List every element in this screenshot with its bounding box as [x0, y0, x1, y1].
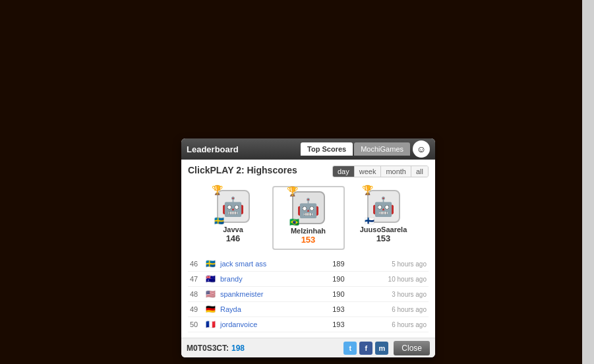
facebook-share-icon[interactable]: f — [359, 342, 372, 355]
player-name-cell[interactable]: spankmeister — [218, 287, 315, 302]
my-score-value: 198 — [231, 344, 245, 353]
table-row: 49 🇩🇪 Rayda 193 6 hours ago — [188, 302, 429, 317]
leaderboard-panel: Leaderboard Top Scores MochiGames ☺ Clic… — [181, 138, 435, 357]
table-row: 46 🇸🇪 jack smart ass 189 5 hours ago — [188, 257, 429, 272]
player-name-cell[interactable]: jack smart ass — [218, 257, 315, 272]
player3-trophy-icon: 🏆 — [362, 185, 373, 195]
filter-month[interactable]: month — [381, 166, 411, 177]
player1-flag-icon: 🇧🇷 — [289, 218, 299, 227]
score-cell: 193 — [315, 317, 346, 332]
time-cell: 5 hours ago — [347, 257, 429, 272]
filter-week[interactable]: week — [355, 166, 382, 177]
scores-list-wrap: 46 🇸🇪 jack smart ass 189 5 hours ago 47 … — [188, 257, 429, 332]
flag-cell: 🇫🇷 — [204, 317, 218, 332]
my-score-label: M0T0S3CT: — [187, 344, 229, 353]
mochi-logo-icon: ☺ — [413, 140, 430, 158]
filter-all[interactable]: all — [411, 166, 428, 177]
top3-row: 🏆 🤖 🇸🇪 Javva 146 🏆 🤖 🇧🇷 — [188, 186, 429, 250]
time-cell: 6 hours ago — [347, 317, 429, 332]
leaderboard-footer: M0T0S3CT: 198 t f m Close — [181, 338, 435, 357]
game-title: ClickPLAY 2: Highscores — [188, 165, 297, 175]
time-cell: 3 hours ago — [347, 287, 429, 302]
time-cell: 10 hours ago — [347, 272, 429, 287]
player2-trophy-icon: 🏆 — [212, 185, 223, 195]
scores-table: 46 🇸🇪 jack smart ass 189 5 hours ago 47 … — [188, 257, 429, 332]
score-cell: 189 — [315, 257, 346, 272]
social-icons-group: t f m — [343, 342, 388, 355]
player1-name: Melzinhah — [291, 227, 326, 235]
player3-name: JuusoSaarela — [360, 226, 407, 233]
time-cell: 6 hours ago — [347, 302, 429, 317]
player2-name: Javva — [223, 226, 243, 233]
player-name-cell[interactable]: Rayda — [218, 302, 315, 317]
player3-avatar-wrap: 🏆 🤖 🇫🇮 — [367, 190, 400, 223]
rank-cell: 50 — [188, 317, 204, 332]
score-cell: 193 — [315, 302, 346, 317]
filter-day[interactable]: day — [333, 166, 355, 177]
filter-buttons-group: day week month all — [332, 166, 429, 177]
player3-flag-icon: 🇫🇮 — [365, 216, 374, 226]
player-name-cell[interactable]: jordanvoice — [218, 317, 315, 332]
score-cell: 190 — [315, 272, 346, 287]
top-player-2: 🏆 🤖 🇸🇪 Javva 146 — [197, 186, 270, 250]
player2-flag-icon: 🇸🇪 — [214, 216, 224, 226]
player2-avatar-wrap: 🏆 🤖 🇸🇪 — [217, 190, 250, 223]
table-row: 47 🇦🇺 brandy 190 10 hours ago — [188, 272, 429, 287]
table-row: 50 🇫🇷 jordanvoice 193 6 hours ago — [188, 317, 429, 332]
flag-cell: 🇦🇺 — [204, 272, 218, 287]
top-player-3: 🏆 🤖 🇫🇮 JuusoSaarela 153 — [347, 186, 420, 250]
rank-cell: 47 — [188, 272, 204, 287]
twitter-share-icon[interactable]: t — [343, 342, 357, 355]
tab-top-scores[interactable]: Top Scores — [301, 142, 353, 156]
close-button[interactable]: Close — [394, 341, 430, 355]
player3-score: 153 — [376, 233, 391, 243]
flag-cell: 🇩🇪 — [204, 302, 218, 317]
leaderboard-title: Leaderboard — [187, 144, 299, 154]
player-name-cell[interactable]: brandy — [218, 272, 315, 287]
top-player-1: 🏆 🤖 🇧🇷 Melzinhah 153 — [272, 186, 345, 250]
mochi-share-icon[interactable]: m — [375, 342, 388, 355]
player1-score: 153 — [301, 235, 316, 245]
player2-score: 146 — [226, 233, 241, 243]
flag-cell: 🇺🇸 — [204, 287, 218, 302]
table-row: 48 🇺🇸 spankmeister 190 3 hours ago — [188, 287, 429, 302]
player1-trophy-icon: 🏆 — [287, 186, 298, 197]
leaderboard-body: ClickPLAY 2: Highscores day week month a… — [181, 160, 435, 338]
tab-mochi-games[interactable]: MochiGames — [354, 142, 410, 156]
flag-cell: 🇸🇪 — [204, 257, 218, 272]
rank-cell: 48 — [188, 287, 204, 302]
rank-cell: 46 — [188, 257, 204, 272]
leaderboard-header: Leaderboard Top Scores MochiGames ☺ — [181, 138, 435, 160]
rank-cell: 49 — [188, 302, 204, 317]
player1-avatar-wrap: 🏆 🤖 🇧🇷 — [292, 191, 325, 224]
score-cell: 190 — [315, 287, 346, 302]
